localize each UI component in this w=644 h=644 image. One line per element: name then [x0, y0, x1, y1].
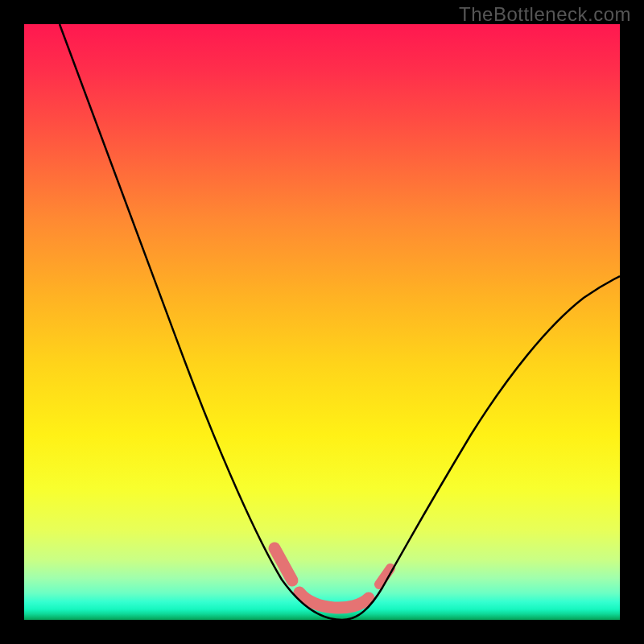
highlight-band-left — [275, 548, 292, 580]
bottleneck-curve — [60, 24, 620, 620]
watermark-text: TheBottleneck.com — [459, 3, 631, 26]
highlight-band-floor — [299, 592, 369, 608]
curve-layer — [24, 24, 620, 620]
chart-container: TheBottleneck.com — [0, 0, 644, 644]
